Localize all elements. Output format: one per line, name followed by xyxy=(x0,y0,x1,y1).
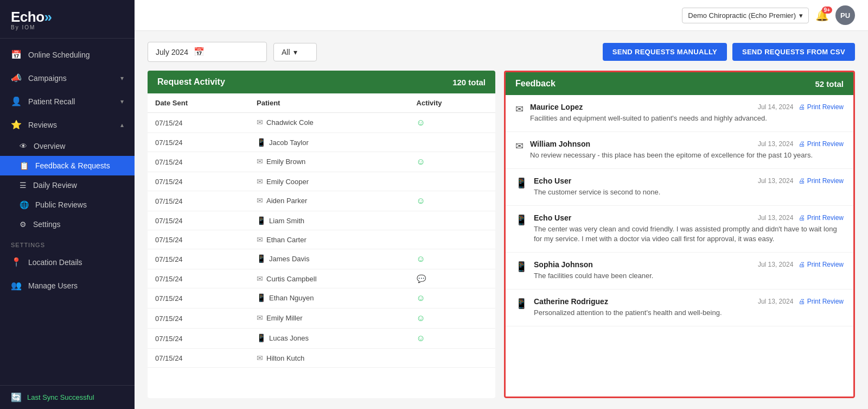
table-row: 07/15/24 ✉ Emily Brown ☺ xyxy=(148,152,495,172)
sidebar-item-label: Online Scheduling xyxy=(28,51,124,59)
feedback-top: 📱 Catherine Rodriguez Jul 13, 2024 🖨 Pri… xyxy=(515,297,844,318)
print-review-button[interactable]: 🖨 Print Review xyxy=(799,261,844,268)
feedback-body: William Johnson Jul 13, 2024 🖨 Print Rev… xyxy=(530,140,844,161)
feedback-name-row: Echo User Jul 13, 2024 🖨 Print Review xyxy=(534,177,844,185)
sidebar-item-daily-review[interactable]: ☰ Daily Review xyxy=(0,175,135,195)
sidebar-item-reviews[interactable]: ⭐ Reviews ▴ xyxy=(0,113,135,136)
users-icon: 👥 xyxy=(11,280,22,291)
sidebar-item-feedback-requests[interactable]: 📋 Feedback & Requests xyxy=(0,156,135,175)
feedback-date-print: Jul 14, 2024 🖨 Print Review xyxy=(758,103,844,111)
cell-activity: ☺ xyxy=(409,113,495,133)
table-row: 07/15/24 📱 Liam Smith xyxy=(148,211,495,230)
cell-date: 07/15/24 xyxy=(148,329,249,349)
table-row: 07/15/24 📱 James Davis ☺ xyxy=(148,249,495,269)
email-icon: ✉ xyxy=(257,235,263,244)
sidebar-item-overview[interactable]: 👁 Overview xyxy=(0,136,135,156)
eye-icon: 👁 xyxy=(20,142,27,150)
feedback-name-row: Maurice Lopez Jul 14, 2024 🖨 Print Revie… xyxy=(530,103,844,111)
cell-activity: ☺ xyxy=(409,191,495,211)
sidebar-item-manage-users[interactable]: 👥 Manage Users xyxy=(0,274,135,297)
cell-activity xyxy=(409,172,495,191)
filter-bar: July 2024 📅 All ▾ SEND REQUESTS MANUALLY… xyxy=(148,42,855,62)
feedback-body: Echo User Jul 13, 2024 🖨 Print Review Th… xyxy=(534,177,844,198)
notification-button[interactable]: 🔔 9+ xyxy=(815,9,829,22)
patient-name: Jacob Taylor xyxy=(269,139,309,147)
feedback-top: ✉ William Johnson Jul 13, 2024 🖨 Print R… xyxy=(515,140,844,161)
cell-activity xyxy=(409,133,495,152)
feedback-name-row: Sophia Johnson Jul 13, 2024 🖨 Print Revi… xyxy=(534,260,844,269)
location-name: Demo Chiropractic (Echo Premier) xyxy=(688,11,796,20)
sidebar-item-patient-recall[interactable]: 👤 Patient Recall ▾ xyxy=(0,90,135,113)
request-table: Date Sent Patient Activity 07/15/24 ✉ Ch… xyxy=(148,93,495,398)
location-selector[interactable]: Demo Chiropractic (Echo Premier) ▾ xyxy=(682,8,809,23)
feedback-top: 📱 Sophia Johnson Jul 13, 2024 🖨 Print Re… xyxy=(515,260,844,281)
request-panel-header: Request Activity 120 total xyxy=(148,71,495,93)
sidebar-item-label: Public Reviews xyxy=(35,200,87,209)
feedback-item: 📱 Echo User Jul 13, 2024 🖨 Print Review … xyxy=(506,169,853,206)
sidebar-nav: 📅 Online Scheduling 📣 Campaigns ▾ 👤 Pati… xyxy=(0,39,135,385)
feedback-author-name: William Johnson xyxy=(530,140,590,148)
sidebar: Echo» By IOM 📅 Online Scheduling 📣 Campa… xyxy=(0,0,135,409)
patient-name: Hilton Kutch xyxy=(266,354,304,362)
email-icon: ✉ xyxy=(257,157,263,166)
feedback-author-name: Maurice Lopez xyxy=(530,103,583,111)
print-review-button[interactable]: 🖨 Print Review xyxy=(799,140,844,148)
request-activity-panel: Request Activity 120 total Date Sent Pat… xyxy=(148,71,495,398)
request-panel-title: Request Activity xyxy=(157,77,225,87)
avatar-initials: PU xyxy=(840,11,850,20)
email-icon: ✉ xyxy=(257,118,263,127)
feedback-text: The customer service is second to none. xyxy=(534,187,844,198)
print-review-button[interactable]: 🖨 Print Review xyxy=(799,214,844,222)
sidebar-item-campaigns[interactable]: 📣 Campaigns ▾ xyxy=(0,66,135,90)
topbar: Demo Chiropractic (Echo Premier) ▾ 🔔 9+ … xyxy=(135,0,868,31)
table-row: 07/15/24 ✉ Aiden Parker ☺ xyxy=(148,191,495,211)
logo-text: Echo» xyxy=(11,9,124,26)
feedback-author-name: Echo User xyxy=(534,177,571,185)
clipboard-icon: 📋 xyxy=(20,161,29,170)
print-review-button[interactable]: 🖨 Print Review xyxy=(799,298,844,305)
table-row: 07/15/24 📱 Jacob Taylor xyxy=(148,133,495,152)
megaphone-icon: 📣 xyxy=(11,73,22,83)
user-avatar-button[interactable]: PU xyxy=(835,5,855,25)
cell-patient: ✉ Hilton Kutch xyxy=(249,349,409,367)
cell-date: 07/15/24 xyxy=(148,349,249,368)
chevron-down-icon: ▾ xyxy=(120,98,124,105)
send-requests-manually-button[interactable]: SEND REQUESTS MANUALLY xyxy=(603,43,727,61)
sidebar-logo: Echo» By IOM xyxy=(0,0,135,39)
panels: Request Activity 120 total Date Sent Pat… xyxy=(148,71,855,398)
cell-date: 07/15/24 xyxy=(148,133,249,152)
sidebar-item-label: Manage Users xyxy=(28,281,124,290)
cell-date: 07/15/24 xyxy=(148,191,249,211)
patient-name: Lucas Jones xyxy=(269,334,309,342)
phone-icon: 📱 xyxy=(257,254,266,263)
sidebar-bottom: 🔄 Last Sync Successful xyxy=(0,385,135,409)
feedback-date: Jul 13, 2024 xyxy=(758,298,793,305)
request-activity-table: Date Sent Patient Activity 07/15/24 ✉ Ch… xyxy=(148,93,495,368)
sidebar-item-location-details[interactable]: 📍 Location Details xyxy=(0,250,135,274)
cell-patient: ✉ Chadwick Cole xyxy=(249,113,409,131)
feedback-item: 📱 Sophia Johnson Jul 13, 2024 🖨 Print Re… xyxy=(506,253,853,290)
cell-date: 07/15/24 xyxy=(148,288,249,309)
patient-name: Aiden Parker xyxy=(266,197,307,205)
sidebar-item-online-scheduling[interactable]: 📅 Online Scheduling xyxy=(0,43,135,66)
print-review-button[interactable]: 🖨 Print Review xyxy=(799,103,844,111)
email-icon: ✉ xyxy=(257,177,263,186)
filter-select[interactable]: All ▾ xyxy=(273,43,317,61)
sidebar-item-label: Daily Review xyxy=(33,181,77,190)
table-row: 07/15/24 ✉ Hilton Kutch xyxy=(148,349,495,368)
cell-activity: ☺ xyxy=(409,152,495,172)
date-picker[interactable]: July 2024 📅 xyxy=(148,42,267,62)
feedback-author-name: Echo User xyxy=(534,213,571,222)
email-icon: ✉ xyxy=(257,354,263,362)
feedback-text: No review necessary - this place has bee… xyxy=(530,150,844,161)
sidebar-item-settings[interactable]: ⚙ Settings xyxy=(0,215,135,234)
table-row: 07/15/24 ✉ Emily Miller ☺ xyxy=(148,309,495,329)
settings-section-label: Settings xyxy=(0,234,135,250)
feedback-author-name: Sophia Johnson xyxy=(534,260,593,269)
sidebar-item-public-reviews[interactable]: 🌐 Public Reviews xyxy=(0,195,135,215)
cell-date: 07/15/24 xyxy=(148,113,249,133)
cell-activity: ☺ xyxy=(409,329,495,349)
cell-activity: ☺ xyxy=(409,288,495,309)
print-review-button[interactable]: 🖨 Print Review xyxy=(799,177,844,185)
send-requests-csv-button[interactable]: SEND REQUESTS FROM CSV xyxy=(732,43,855,61)
